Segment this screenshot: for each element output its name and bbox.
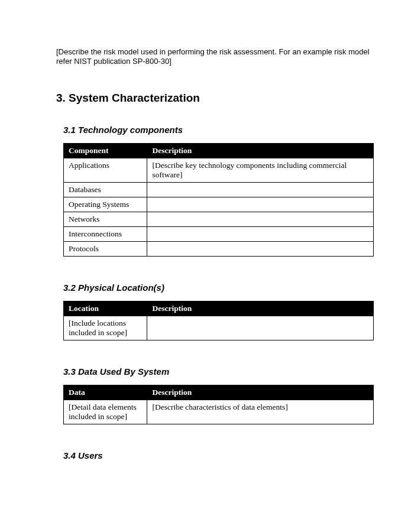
table-header-row: Data Description [64,385,374,400]
physical-locations-table: Location Description [Include locations … [63,301,374,340]
cell-location: [Include locations included in scope] [64,316,147,340]
th-description: Description [147,385,374,400]
th-component: Component [64,143,147,158]
cell-component: Networks [64,212,147,226]
cell-description: [Describe key technology components incl… [147,158,374,182]
cell-description [147,316,374,340]
table-row: Networks [64,212,374,226]
th-location: Location [64,301,147,316]
th-data: Data [64,385,147,400]
subsection-3-4-heading: 3.4 Users [63,450,378,460]
cell-component: Databases [64,182,147,197]
cell-component: Applications [64,158,147,182]
table-row: Interconnections [64,226,374,241]
th-description: Description [147,301,374,316]
section-heading: 3. System Characterization [56,92,378,105]
subsection-3-1-heading: 3.1 Technology components [63,125,378,135]
table-3-2-wrapper: Location Description [Include locations … [63,301,374,340]
cell-data: [Detail data elements included in scope] [64,400,147,424]
cell-component: Operating Systems [64,197,147,212]
table-row: [Detail data elements included in scope]… [64,400,374,424]
table-header-row: Location Description [64,301,374,316]
table-row: Databases [64,182,374,197]
table-3-3-wrapper: Data Description [Detail data elements i… [63,385,374,424]
cell-description: [Describe characteristics of data elemen… [147,400,374,424]
intro-paragraph: [Describe the risk model used in perform… [56,47,378,67]
cell-description [147,197,374,212]
cell-description [147,212,374,226]
table-row: Operating Systems [64,197,374,212]
subsection-3-3-heading: 3.3 Data Used By System [63,366,378,377]
cell-description [147,182,374,197]
technology-components-table: Component Description Applications [Desc… [63,143,374,257]
cell-component: Protocols [64,241,147,256]
table-3-1-wrapper: Component Description Applications [Desc… [63,143,374,257]
table-row: Applications [Describe key technology co… [64,158,374,182]
cell-description [147,226,374,241]
data-used-table: Data Description [Detail data elements i… [63,385,374,424]
table-row: [Include locations included in scope] [64,316,374,340]
cell-description [147,241,374,256]
table-row: Protocols [64,241,374,256]
th-description: Description [147,143,374,158]
table-header-row: Component Description [64,143,374,158]
cell-component: Interconnections [64,226,147,241]
document-page: [Describe the risk model used in perform… [0,0,411,532]
subsection-3-2-heading: 3.2 Physical Location(s) [63,283,378,293]
